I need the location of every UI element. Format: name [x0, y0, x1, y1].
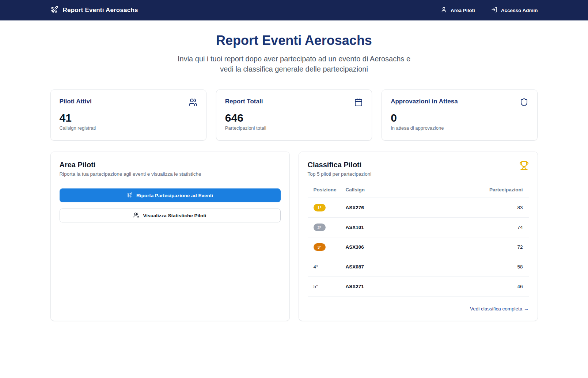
classifica-title: Classifica Piloti: [308, 161, 372, 169]
nav-accesso-admin-label: Accesso Admin: [501, 8, 538, 13]
stats-row: Piloti Attivi 41 Callsign registrati Rep…: [50, 89, 538, 141]
callsign-cell: ASX271: [346, 284, 475, 289]
callsign-cell: ASX306: [346, 244, 475, 250]
stat-card-approvazioni: Approvazioni in Attesa 0 In attesa di ap…: [382, 89, 538, 141]
main-content: Report Eventi Aerosachs Invia qui i tuoi…: [0, 33, 588, 321]
area-piloti-subtitle: Riporta la tua partecipazione agli event…: [60, 171, 281, 177]
participations-cell: 58: [475, 264, 523, 270]
nav-links: Area Piloti Accesso Admin: [441, 7, 538, 14]
login-icon: [491, 7, 497, 14]
stat-label: Partecipazioni totali: [225, 125, 363, 131]
classifica-subtitle: Top 5 piloti per partecipazioni: [308, 171, 372, 177]
stat-card-piloti-attivi: Piloti Attivi 41 Callsign registrati: [50, 89, 206, 141]
callsign-cell: ASX276: [346, 205, 475, 210]
hero: Report Eventi Aerosachs Invia qui i tuoi…: [0, 33, 588, 74]
users-icon: [189, 98, 197, 108]
position-text: 5°: [314, 284, 346, 289]
participations-cell: 46: [475, 284, 523, 289]
position-text: 4°: [314, 264, 346, 270]
column-posizione: Posizione: [314, 187, 346, 192]
nav-area-piloti-label: Area Piloti: [451, 8, 475, 13]
stat-label: In attesa di approvazione: [391, 125, 528, 131]
ranking-table: Posizione Callsign Partecipazioni 1° ASX…: [308, 187, 529, 312]
position-badge: 2°: [314, 224, 326, 231]
participations-cell: 83: [475, 205, 523, 210]
column-callsign: Callsign: [346, 187, 475, 192]
table-row: 5° ASX271 46: [308, 277, 529, 297]
participations-cell: 74: [475, 225, 523, 230]
stat-value: 646: [225, 112, 363, 124]
nav-area-piloti[interactable]: Area Piloti: [441, 7, 475, 14]
stat-title: Approvazioni in Attesa: [391, 98, 458, 105]
callsign-cell: ASX101: [346, 225, 475, 230]
area-piloti-title: Area Piloti: [60, 161, 281, 169]
stat-title: Piloti Attivi: [60, 98, 92, 105]
stat-label: Callsign registrati: [60, 125, 197, 131]
stat-title: Report Totali: [225, 98, 263, 105]
plane-icon: [127, 192, 133, 199]
calendar-icon: [354, 98, 363, 108]
table-row: 3° ASX306 72: [308, 237, 529, 257]
nav-accesso-admin[interactable]: Accesso Admin: [491, 7, 538, 14]
trophy-icon: [519, 161, 529, 172]
page-subtitle-line2: vedi la classifica generale delle partec…: [0, 64, 588, 75]
callsign-cell: ASX087: [346, 264, 475, 270]
plane-icon: [50, 5, 58, 15]
page-subtitle: Invia qui i tuoi report dopo aver partec…: [0, 54, 588, 74]
stat-value: 41: [60, 112, 197, 124]
participations-cell: 72: [475, 244, 523, 250]
table-row: 4° ASX087 58: [308, 257, 529, 277]
user-icon: [441, 7, 447, 14]
table-header: Posizione Callsign Partecipazioni: [308, 187, 529, 198]
brand[interactable]: Report Eventi Aerosachs: [50, 5, 138, 15]
brand-label: Report Eventi Aerosachs: [63, 7, 138, 14]
riporta-partecipazione-button[interactable]: Riporta Partecipazione ad Eventi: [60, 188, 281, 202]
stat-value: 0: [391, 112, 528, 124]
navbar: Report Eventi Aerosachs Area Piloti Acce…: [0, 0, 588, 20]
position-badge: 3°: [314, 243, 326, 251]
page-subtitle-line1: Invia qui i tuoi report dopo aver partec…: [0, 54, 588, 64]
position-badge: 1°: [314, 204, 326, 211]
visualizza-statistiche-button[interactable]: Visualizza Statistiche Piloti: [60, 209, 281, 222]
shield-icon: [520, 98, 528, 108]
users-icon: [133, 212, 139, 219]
column-partecipazioni: Partecipazioni: [475, 187, 523, 192]
stat-card-report-totali: Report Totali 646 Partecipazioni totali: [216, 89, 372, 141]
vedi-classifica-completa-link[interactable]: Vedi classifica completa →: [470, 306, 529, 312]
riporta-partecipazione-label: Riporta Partecipazione ad Eventi: [136, 193, 213, 198]
area-piloti-panel: Area Piloti Riporta la tua partecipazion…: [50, 152, 290, 321]
classifica-panel: Classifica Piloti Top 5 piloti per parte…: [299, 152, 538, 321]
visualizza-statistiche-label: Visualizza Statistiche Piloti: [143, 213, 206, 218]
table-row: 2° ASX101 74: [308, 218, 529, 237]
page-title: Report Eventi Aerosachs: [0, 33, 588, 48]
table-row: 1° ASX276 83: [308, 198, 529, 218]
